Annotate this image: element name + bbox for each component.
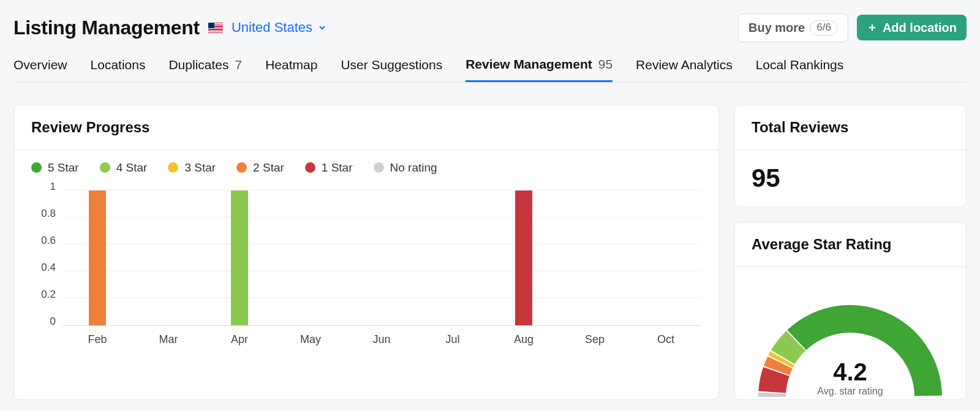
x-label: Aug — [488, 333, 559, 346]
plot-area — [62, 187, 701, 326]
tab-duplicates[interactable]: Duplicates7 — [168, 57, 242, 82]
bar-slot — [133, 187, 204, 325]
add-location-label: Add location — [883, 21, 957, 34]
bar-slot — [488, 187, 559, 325]
chart-wrap: 00.20.40.60.81 FebMarAprMayJunJulAugSepO… — [14, 181, 718, 375]
legend-label: 5 Star — [48, 161, 79, 175]
legend-item[interactable]: 3 Star — [168, 161, 216, 175]
legend-dot-icon — [305, 162, 315, 173]
legend: 5 Star4 Star3 Star2 Star1 StarNo rating — [14, 149, 718, 181]
legend-label: 1 Star — [322, 161, 353, 175]
legend-label: No rating — [390, 161, 437, 175]
review-progress-title: Review Progress — [14, 105, 718, 149]
tab-review-management[interactable]: Review Management95 — [466, 57, 612, 82]
legend-dot-icon — [31, 162, 42, 173]
gauge: 4.2 Avg. star rating — [752, 299, 948, 399]
legend-label: 4 Star — [116, 161, 148, 175]
bar-slot — [62, 187, 133, 325]
content: Review Progress 5 Star4 Star3 Star2 Star… — [0, 83, 980, 411]
bar[interactable] — [89, 190, 106, 325]
x-label: Mar — [133, 333, 204, 346]
y-tick: 1 — [50, 181, 56, 193]
y-tick: 0.2 — [41, 288, 56, 301]
side-column: Total Reviews 95 Average Star Rating 4.2… — [734, 105, 967, 400]
legend-dot-icon — [374, 162, 384, 173]
tab-label: Review Analytics — [636, 58, 733, 72]
flag-us-icon — [208, 23, 223, 33]
header-top: Listing Management United States Buy mor… — [13, 13, 967, 42]
tab-count: 7 — [235, 58, 243, 72]
buy-more-count: 6/6 — [810, 20, 838, 36]
country-selector[interactable]: United States — [232, 20, 327, 36]
total-reviews-value: 95 — [752, 164, 949, 193]
legend-item[interactable]: 2 Star — [236, 161, 284, 175]
legend-dot-icon — [100, 162, 110, 173]
y-axis: 00.20.40.60.81 — [31, 187, 62, 322]
tabs: OverviewLocationsDuplicates7HeatmapUser … — [13, 42, 967, 83]
page-title: Listing Management — [13, 17, 200, 39]
x-axis: FebMarAprMayJunJulAugSepOct — [62, 326, 701, 346]
x-label: Jul — [417, 333, 488, 346]
gauge-wrap: 4.2 Avg. star rating — [752, 281, 949, 399]
legend-item[interactable]: 4 Star — [100, 161, 148, 175]
bar-slot — [559, 187, 630, 325]
tab-label: Locations — [91, 58, 146, 72]
tab-label: User Suggestions — [341, 58, 442, 72]
grid-line — [62, 244, 701, 244]
legend-item[interactable]: 5 Star — [31, 161, 79, 175]
tab-label: Local Rankings — [756, 58, 844, 72]
buy-more-button[interactable]: Buy more 6/6 — [738, 13, 848, 42]
bar-slot — [204, 187, 275, 325]
total-reviews-card: Total Reviews 95 — [734, 105, 967, 207]
legend-label: 2 Star — [253, 161, 284, 175]
tab-count: 95 — [598, 57, 612, 72]
tab-label: Duplicates — [168, 58, 228, 72]
grid-line — [62, 217, 701, 217]
buy-more-label: Buy more — [748, 21, 805, 34]
tab-user-suggestions[interactable]: User Suggestions — [341, 57, 442, 82]
y-tick: 0.8 — [41, 208, 56, 220]
tab-label: Heatmap — [265, 58, 317, 72]
country-label: United States — [232, 20, 312, 36]
avg-rating-card: Average Star Rating 4.2 Avg. star rating — [734, 222, 967, 400]
tab-locations[interactable]: Locations — [91, 57, 146, 82]
tab-heatmap[interactable]: Heatmap — [265, 57, 317, 82]
y-tick: 0 — [50, 315, 56, 328]
avg-rating-title: Average Star Rating — [734, 222, 966, 266]
gauge-center: 4.2 Avg. star rating — [752, 358, 948, 397]
bar-slot — [346, 187, 417, 325]
bar-slot — [630, 187, 701, 325]
bars — [62, 187, 701, 325]
bar[interactable] — [515, 190, 532, 325]
tab-overview[interactable]: Overview — [13, 57, 67, 82]
gauge-label: Avg. star rating — [752, 386, 948, 397]
tab-review-analytics[interactable]: Review Analytics — [636, 57, 733, 82]
chart: 00.20.40.60.81 FebMarAprMayJunJulAugSepO… — [31, 187, 701, 346]
legend-label: 3 Star — [184, 161, 216, 175]
total-reviews-title: Total Reviews — [734, 105, 966, 149]
tab-local-rankings[interactable]: Local Rankings — [756, 57, 844, 82]
bar-slot — [275, 187, 346, 325]
x-label: Apr — [204, 333, 275, 346]
chevron-down-icon — [317, 23, 327, 32]
bar-slot — [417, 187, 488, 325]
plus-icon — [867, 22, 878, 33]
x-label: Feb — [62, 333, 133, 346]
bar[interactable] — [231, 190, 248, 325]
x-label: Jun — [346, 333, 417, 346]
header: Listing Management United States Buy mor… — [0, 0, 980, 83]
x-label: Oct — [630, 333, 701, 346]
add-location-button[interactable]: Add location — [857, 15, 967, 40]
grid-line — [62, 298, 701, 298]
x-label: Sep — [559, 333, 630, 346]
grid-line — [62, 271, 701, 271]
gauge-value: 4.2 — [752, 358, 948, 386]
grid-line — [62, 190, 701, 190]
legend-dot-icon — [168, 162, 178, 173]
legend-item[interactable]: 1 Star — [305, 161, 353, 175]
y-tick: 0.6 — [41, 235, 56, 247]
tab-label: Overview — [13, 58, 67, 72]
review-progress-card: Review Progress 5 Star4 Star3 Star2 Star… — [13, 105, 719, 400]
x-label: May — [275, 333, 346, 346]
legend-item[interactable]: No rating — [374, 161, 437, 175]
